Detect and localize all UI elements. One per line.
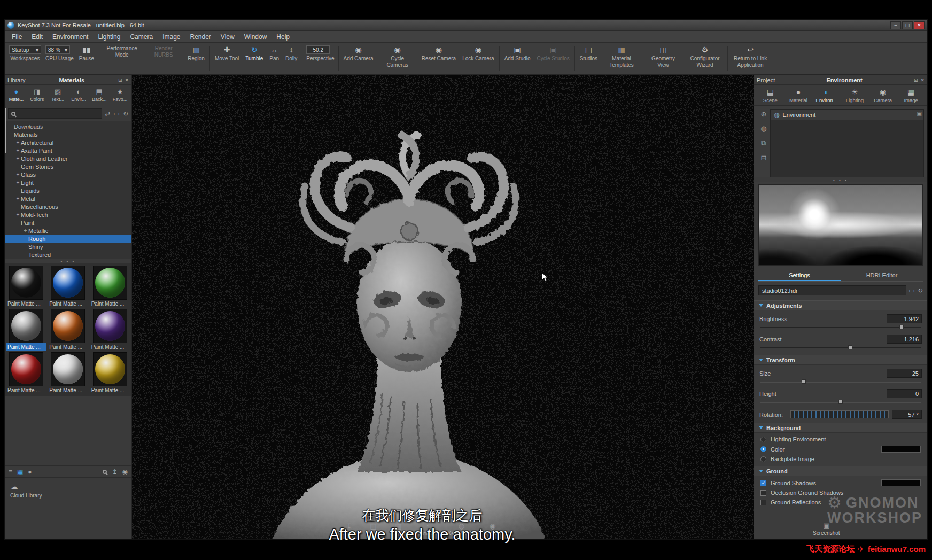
option-ground-shadows[interactable]: ✓ Ground Shadows [754, 476, 927, 486]
environment-list-item[interactable]: ◍ Environment [771, 110, 923, 120]
maximize-button[interactable]: ▢ [902, 21, 913, 29]
panel-splitter[interactable]: • • • [5, 259, 131, 263]
menu-camera[interactable]: Camera [125, 32, 158, 42]
size-slider[interactable] [760, 378, 921, 385]
title-bar[interactable]: KeyShot 7.3 Not For Resale - untitled.bi… [5, 20, 927, 31]
move-tool-button[interactable]: ✚ Move Tool [212, 43, 242, 74]
close-panel-icon[interactable]: ✕ [920, 77, 925, 83]
tree-item-gem-stones[interactable]: Gem Stones [5, 162, 131, 170]
option-lighting-environment[interactable]: Lighting Environment [754, 433, 927, 442]
cycle-studios-button[interactable]: ▣ Cycle Studios [534, 43, 573, 74]
brightness-value[interactable]: 1.942 [887, 314, 922, 323]
pause-button[interactable]: ▮▮ Pause [76, 43, 97, 74]
geometry-view-button[interactable]: ◫ Geometry View [642, 43, 684, 74]
add-camera-button[interactable]: ◉ Add Camera [340, 43, 377, 74]
menu-help[interactable]: Help [271, 32, 294, 42]
tree-item-metallic[interactable]: +Metallic [5, 227, 131, 235]
lock-camera-button[interactable]: ◉ Lock Camera [459, 43, 497, 74]
contrast-slider[interactable] [760, 344, 921, 351]
performance-mode-button[interactable]: Performance Mode [101, 43, 143, 74]
tree-item-cloth-and-leather[interactable]: +Cloth and Leather [5, 154, 131, 162]
tab-material[interactable]: ● Material [785, 87, 813, 105]
tree-filter-icon[interactable]: ⇄ [105, 110, 111, 118]
dock-panel-icon[interactable]: ⊡ [118, 77, 122, 83]
tab-image[interactable]: ▦ Image [897, 87, 925, 105]
rotation-drag-widget[interactable] [790, 410, 889, 418]
grid-view-icon[interactable]: ▦ [17, 468, 23, 476]
tab-camera[interactable]: ◉ Camera [869, 87, 897, 105]
menu-image[interactable]: Image [158, 32, 185, 42]
material-thumb-green[interactable]: Paint Matte ... [90, 266, 130, 308]
checkbox-icon[interactable] [760, 500, 766, 505]
minimize-button[interactable]: – [890, 21, 901, 29]
close-panel-icon[interactable]: ✕ [125, 77, 129, 83]
list-view-icon[interactable]: ≡ [9, 468, 12, 476]
folder-view-icon[interactable]: ▭ [114, 110, 120, 118]
hdr-file-input[interactable]: studio012.hdr [758, 285, 906, 295]
delete-environment-icon[interactable]: ⊟ [761, 154, 767, 162]
section-adjustments[interactable]: Adjustments [754, 300, 927, 310]
tree-item-light[interactable]: +Light [5, 178, 131, 186]
contrast-value[interactable]: 1.216 [887, 335, 922, 344]
background-color-swatch[interactable] [881, 446, 921, 453]
material-thumb-yellow[interactable]: Paint Matte ... [90, 352, 130, 394]
tab-hdri-editor[interactable]: HDRI Editor [841, 270, 923, 281]
tumble-button[interactable]: ↻ Tumble [242, 43, 266, 74]
hdri-preview[interactable] [758, 184, 923, 266]
menu-render[interactable]: Render [185, 32, 216, 42]
region-button[interactable]: ▦ Region [184, 43, 208, 74]
tab-environment[interactable]: ◐ Environ... [812, 87, 841, 105]
add-environment-icon[interactable]: ⊕ [761, 110, 767, 118]
configurator-wizard-button[interactable]: ⚙ Configurator Wizard [684, 43, 726, 74]
brightness-slider[interactable] [760, 324, 921, 331]
library-search-input[interactable] [8, 108, 102, 119]
menu-view[interactable]: View [216, 32, 239, 42]
tree-item-architectural[interactable]: +Architectural [5, 138, 131, 146]
section-background[interactable]: Background [754, 423, 927, 433]
tab-lighting[interactable]: ☀ Lighting [841, 87, 869, 105]
add-studio-button[interactable]: ▣ Add Studio [501, 43, 534, 74]
tree-item-downloads[interactable]: Downloads [5, 122, 131, 130]
menu-window[interactable]: Window [239, 32, 272, 42]
material-thumb-white[interactable]: Paint Matte ... [48, 352, 88, 394]
menu-file[interactable]: File [7, 32, 27, 42]
checkbox-icon[interactable] [760, 490, 766, 496]
cloud-library-section[interactable]: ☁ Cloud Library [5, 477, 131, 539]
refresh-library-icon[interactable]: ↻ [123, 110, 128, 118]
menu-lighting[interactable]: Lighting [93, 32, 125, 42]
pan-button[interactable]: ↔ Pan [266, 43, 282, 74]
alien-bust-model[interactable] [222, 97, 596, 539]
height-value[interactable]: 0 [887, 389, 922, 398]
render-nurbs-button[interactable]: Render NURBS [143, 43, 184, 74]
panel-splitter[interactable]: • • • [754, 177, 927, 182]
option-backplate-image[interactable]: Backplate Image [754, 453, 927, 462]
cycle-cameras-button[interactable]: ◉ Cycle Cameras [377, 43, 418, 74]
perspective-value-input[interactable]: 50.2 [306, 45, 330, 54]
size-value[interactable]: 25 [887, 369, 922, 378]
close-button[interactable]: ✕ [914, 21, 925, 29]
material-thumb-gray-selected[interactable]: Paint Matte ... [6, 309, 46, 351]
tree-item-metal[interactable]: +Metal [5, 195, 131, 203]
menu-environment[interactable]: Environment [48, 32, 93, 42]
tab-materials[interactable]: ● Mate... [6, 86, 27, 106]
dolly-button[interactable]: ↕ Dolly [282, 43, 300, 74]
tree-item-rough[interactable]: Rough [5, 235, 131, 243]
tree-item-shiny[interactable]: Shiny [5, 243, 131, 251]
duplicate-environment-icon[interactable]: ⧉ [761, 139, 766, 147]
refresh-hdr-icon[interactable]: ↻ [918, 287, 923, 294]
ground-shadow-color-swatch[interactable] [881, 479, 921, 486]
tree-item-mold-tech[interactable]: +Mold-Tech [5, 211, 131, 219]
realtime-viewport[interactable]: ↧ Import ▤ Library ▦ Project ◔ Animation… [132, 75, 754, 539]
tab-textures[interactable]: ▨ Text... [48, 86, 68, 106]
studios-button[interactable]: ▤ Studios [577, 43, 601, 74]
material-thumb-purple[interactable]: Paint Matte ... [90, 309, 130, 351]
open-folder-icon[interactable]: ▭ [909, 287, 915, 294]
rotation-value[interactable]: 57 ° [892, 410, 922, 419]
tab-favorites[interactable]: ★ Favo... [110, 86, 130, 106]
tab-backplates[interactable]: ▤ Back... [89, 86, 110, 106]
environment-list-icon[interactable]: ◍ [760, 125, 766, 133]
radio-icon[interactable] [760, 437, 766, 442]
render-ball-icon[interactable]: ◉ [122, 468, 128, 476]
radio-icon[interactable] [760, 456, 766, 462]
material-templates-button[interactable]: ▥ Material Templates [601, 43, 642, 74]
